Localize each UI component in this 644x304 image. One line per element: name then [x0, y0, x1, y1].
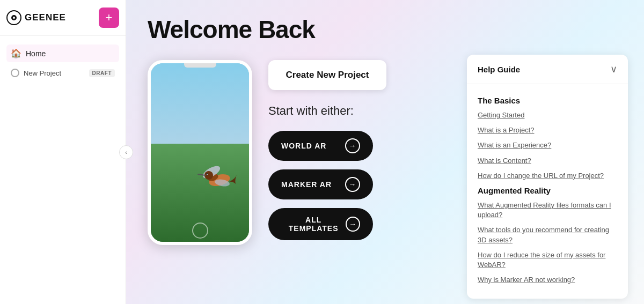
main-body: Create New Project Start with either: WO…	[126, 44, 644, 304]
phone-notch	[184, 63, 216, 68]
help-link-getting-started[interactable]: Getting Started	[478, 110, 617, 120]
sidebar-item-home[interactable]: 🏠 Home	[6, 45, 119, 62]
page-title: Welcome Back	[148, 15, 623, 44]
all-templates-label: ALL TEMPLATES	[281, 216, 346, 233]
svg-point-2	[13, 17, 15, 19]
logo-area: GEENEE	[6, 10, 66, 25]
help-link-marker-ar-not-working[interactable]: Why is Marker AR not working?	[478, 275, 617, 285]
phone-home-button	[192, 223, 208, 239]
add-project-button[interactable]: +	[99, 8, 119, 28]
sidebar-item-new-project[interactable]: New Project DRAFT	[6, 65, 119, 80]
svg-point-7	[204, 171, 213, 180]
help-link-what-is-project[interactable]: What is a Project?	[478, 125, 617, 135]
main-header: Welcome Back	[126, 0, 644, 44]
sidebar-header: GEENEE +	[0, 0, 126, 36]
world-ar-button[interactable]: WORLD AR →	[268, 131, 373, 161]
phone-screen	[151, 63, 249, 242]
sidebar-nav: 🏠 Home New Project DRAFT	[0, 36, 126, 89]
sky-background	[151, 63, 249, 153]
sidebar: GEENEE + 🏠 Home New Project DRAFT ‹	[0, 0, 126, 304]
bird-icon	[193, 151, 241, 204]
create-new-project-button[interactable]: Create New Project	[268, 60, 386, 90]
all-templates-arrow-icon: →	[346, 217, 360, 232]
main-content: Welcome Back	[126, 0, 644, 304]
chevron-down-icon: ∨	[610, 63, 617, 75]
help-guide-content: The Basics Getting Started What is a Pro…	[467, 84, 628, 299]
world-ar-arrow-icon: →	[345, 138, 360, 153]
circle-icon	[11, 69, 19, 77]
marker-ar-label: MARKER AR	[281, 180, 332, 189]
help-guide-panel: Help Guide ∨ The Basics Getting Started …	[467, 55, 628, 299]
sidebar-project-label: New Project	[24, 69, 61, 77]
help-link-what-is-content[interactable]: What is Content?	[478, 156, 617, 166]
help-section-ar-title: Augmented Reality	[478, 186, 617, 195]
sidebar-collapse-button[interactable]: ‹	[119, 145, 133, 159]
help-section-basics: The Basics Getting Started What is a Pro…	[478, 96, 617, 181]
home-icon: 🏠	[11, 48, 21, 58]
marker-ar-button[interactable]: MARKER AR →	[268, 169, 373, 199]
all-templates-button[interactable]: ALL TEMPLATES →	[268, 208, 373, 240]
help-section-ar: Augmented Reality What Augmented Reality…	[478, 186, 617, 285]
sidebar-home-label: Home	[26, 49, 46, 58]
world-ar-label: WORLD AR	[281, 142, 326, 150]
logo-text: GEENEE	[25, 12, 66, 23]
help-link-what-is-experience[interactable]: What is an Experience?	[478, 140, 617, 150]
svg-point-9	[207, 174, 208, 175]
help-link-3d-tools[interactable]: What tools do you recommend for creating…	[478, 225, 617, 244]
help-guide-header[interactable]: Help Guide ∨	[467, 55, 628, 84]
help-link-reduce-size[interactable]: How do I reduce the size of my assets fo…	[478, 250, 617, 270]
help-section-basics-title: The Basics	[478, 96, 617, 105]
phone-mockup	[148, 60, 252, 245]
start-label: Start with either:	[268, 104, 451, 118]
action-panel: Create New Project Start with either: WO…	[268, 55, 451, 243]
help-link-change-url[interactable]: How do I change the URL of my Project?	[478, 171, 617, 181]
draft-badge: DRAFT	[89, 69, 115, 77]
help-guide-title: Help Guide	[478, 65, 520, 74]
geenee-logo-icon	[6, 10, 21, 25]
help-link-ar-formats[interactable]: What Augmented Reality files formats can…	[478, 201, 617, 220]
marker-ar-arrow-icon: →	[345, 177, 360, 192]
